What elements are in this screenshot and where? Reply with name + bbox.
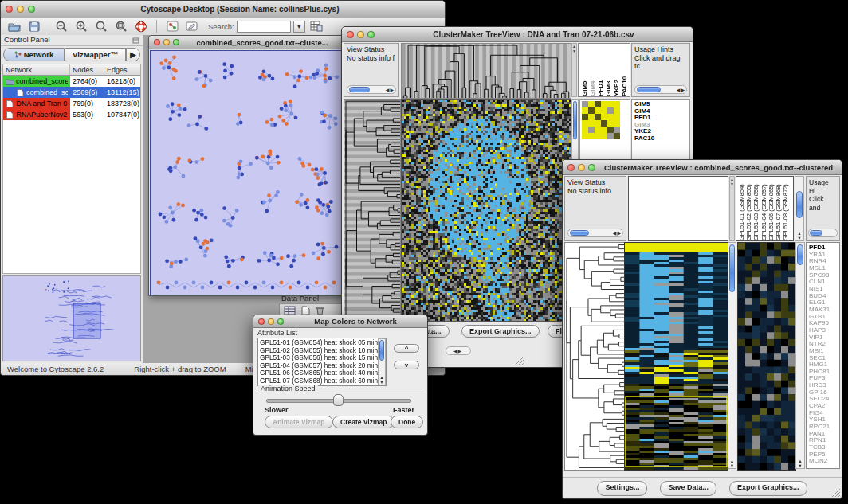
- tv2-column-label: GPL51-04 (GSM857): [760, 177, 768, 240]
- zoom-fit-icon[interactable]: [92, 19, 110, 33]
- main-titlebar[interactable]: Cytoscape Desktop (Session Name: collins…: [1, 1, 445, 18]
- tv1-titlebar[interactable]: ClusterMaker TreeView : DNA and Tran 07-…: [342, 27, 693, 42]
- minimize-button[interactable]: [163, 39, 170, 45]
- control-panel: Control Panel Network VizMapper™ ▶ Netwo…: [1, 35, 143, 363]
- zoom-in-icon[interactable]: [73, 19, 90, 33]
- zoom-button[interactable]: [173, 39, 179, 45]
- zoom-button[interactable]: [588, 164, 595, 171]
- network-table-row[interactable]: DNA and Tran 07769(0)183728(0): [3, 98, 140, 109]
- close-button[interactable]: [258, 318, 265, 325]
- tv1-bottom-hscrollbar[interactable]: ◀▶: [446, 346, 471, 355]
- tv2-column-label: GPL51-03 (GSM856): [752, 177, 760, 240]
- tv2-button-export-graphics-[interactable]: Export Graphics...: [729, 481, 807, 496]
- search-label: Search:: [208, 22, 234, 31]
- minimize-button[interactable]: [268, 318, 274, 325]
- tv2-usage-hints-panel: Usage Hi Click and: [806, 176, 840, 241]
- tv1-row-dendrogram[interactable]: [344, 99, 401, 322]
- network-view-title: combined_scores_good.txt--cluste...: [179, 38, 345, 47]
- dialog-title: Map Colors to Network: [284, 317, 427, 326]
- zoom-button[interactable]: [367, 31, 375, 38]
- tv1-column-label: PAC10: [621, 44, 628, 96]
- tv2-usage-hscrollbar[interactable]: [808, 229, 838, 237]
- network-table-row[interactable]: combined_sco2569(6)13112(15): [3, 87, 140, 98]
- tv2-button-settings-[interactable]: Settings...: [597, 481, 647, 496]
- tv1-resize-grip[interactable]: [516, 357, 524, 365]
- tv1-column-labels: GIM5GIM4PFD1GIM3YKE2PAC10: [578, 43, 630, 97]
- network-table-row[interactable]: RNAPuberNov2+563(0)107847(0): [3, 109, 140, 120]
- search-dropdown-icon[interactable]: ▼: [293, 21, 305, 33]
- tv2-column-dendrogram-area[interactable]: [628, 176, 728, 241]
- create-vizmap-button[interactable]: Create Vizmap: [332, 416, 395, 428]
- gene-label: MON2: [809, 458, 839, 465]
- tv2-label-scroll-strip[interactable]: ▲▼: [729, 176, 735, 241]
- tv1-column-label: GIM4: [589, 44, 596, 96]
- tv2-gene-labels: PFD1YRA1RNR4MSL1SPC98CLN1NIS1BUD4ELG1MAK…: [806, 242, 840, 469]
- dialog-titlebar[interactable]: Map Colors to Network: [253, 315, 427, 328]
- tv2-zoom-heatmap[interactable]: [737, 242, 796, 471]
- tv1-title: ClusterMaker TreeView : DNA and Tran 07-…: [375, 30, 693, 39]
- zoom-button[interactable]: [28, 6, 35, 13]
- file-icon: [16, 89, 24, 96]
- tv2-zoom-vscrollbar[interactable]: ▲▼: [795, 242, 805, 469]
- node-attributes-icon[interactable]: [163, 19, 181, 33]
- minimize-button[interactable]: [17, 6, 24, 13]
- save-icon[interactable]: [26, 19, 43, 33]
- tv2-title: ClusterMaker TreeView : combined_scores_…: [595, 163, 842, 172]
- attribute-list[interactable]: GPL51-01 (GSM854) heat shock 05 minGPL51…: [257, 338, 387, 386]
- network-table-header: NetworkNodesEdges: [3, 64, 140, 76]
- network-table-row[interactable]: combined_scores2764(0)16218(0): [3, 76, 140, 87]
- view-status-text: No status info: [567, 187, 611, 195]
- status-hint-zoom: Right-click + drag to ZOOM: [104, 365, 226, 373]
- float-panel-icon[interactable]: [132, 37, 143, 44]
- tv1-status-hscrollbar[interactable]: ◀▶: [347, 85, 396, 94]
- tv1-heatmap-canvas[interactable]: [401, 99, 571, 322]
- tv2-status-hscrollbar[interactable]: ◀▶: [567, 229, 623, 237]
- attribute-list-label: Attribute List: [257, 329, 297, 337]
- network-canvas[interactable]: [150, 50, 344, 295]
- import-table-icon[interactable]: [308, 19, 325, 33]
- network-overview-canvas[interactable]: [2, 275, 141, 361]
- minimize-button[interactable]: [357, 31, 364, 38]
- tv2-button-row: Settings...Save Data...Export Graphics..…: [563, 477, 842, 496]
- tab-vizmapper[interactable]: VizMapper™: [65, 48, 126, 61]
- tv2-heatmap-canvas[interactable]: [624, 242, 728, 471]
- tv1-button-export-graphics-[interactable]: Export Graphics...: [461, 325, 540, 338]
- attribute-list-vscrollbar[interactable]: ▲▼: [378, 338, 386, 385]
- tv2-button-save-data-[interactable]: Save Data...: [660, 481, 716, 496]
- help-lifering-icon[interactable]: [132, 19, 150, 33]
- tv1-column-dendrogram[interactable]: [401, 43, 571, 99]
- close-button[interactable]: [347, 31, 354, 38]
- move-down-button[interactable]: v: [394, 361, 419, 369]
- network-view-titlebar[interactable]: combined_scores_good.txt--cluste...: [149, 36, 345, 49]
- map-colors-dialog: Map Colors to Network Attribute List GPL…: [253, 315, 428, 436]
- tv1-zoom-heatmap[interactable]: [582, 101, 620, 139]
- zoom-selected-icon[interactable]: [112, 19, 130, 33]
- tv2-view-status-panel: View Status No status info ◀▶: [564, 176, 626, 241]
- minimize-button[interactable]: [578, 164, 585, 171]
- tv1-label-scroll-strip[interactable]: ▲▼: [571, 43, 577, 97]
- close-button[interactable]: [567, 164, 575, 171]
- tv2-heatmap-vscrollbar[interactable]: ▲▼: [728, 242, 736, 469]
- zoom-out-icon[interactable]: [53, 19, 70, 33]
- move-up-button[interactable]: ^: [394, 344, 419, 353]
- zoom-button[interactable]: [277, 318, 284, 325]
- tv2-titlebar[interactable]: ClusterMaker TreeView : combined_scores_…: [563, 160, 842, 175]
- tab-network[interactable]: Network: [3, 48, 65, 61]
- tv2-labels-vscrollbar[interactable]: ▲▼: [795, 176, 804, 241]
- animate-vizmap-button[interactable]: Animate Vizmap: [265, 416, 333, 428]
- status-welcome: Welcome to Cytoscape 2.6.2: [1, 365, 104, 373]
- search-input[interactable]: [237, 21, 291, 33]
- file-icon: [6, 100, 14, 107]
- usage-hints-text: Click and drag tc: [634, 54, 681, 71]
- tv2-row-dendrogram[interactable]: [564, 242, 625, 471]
- close-button[interactable]: [154, 39, 160, 45]
- tv2-resize-grip[interactable]: [832, 489, 840, 497]
- close-button[interactable]: [6, 6, 13, 13]
- open-file-icon[interactable]: [6, 19, 23, 33]
- tab-overflow-arrow[interactable]: ▶: [126, 48, 140, 61]
- done-button[interactable]: Done: [391, 416, 423, 428]
- tv1-usage-hints-panel: Usage Hints Click and drag tc ◀▶: [631, 43, 690, 97]
- tv1-usage-hscrollbar[interactable]: ◀▶: [634, 85, 687, 94]
- speed-slider-thumb[interactable]: [333, 394, 344, 406]
- annotation-icon[interactable]: [183, 19, 201, 33]
